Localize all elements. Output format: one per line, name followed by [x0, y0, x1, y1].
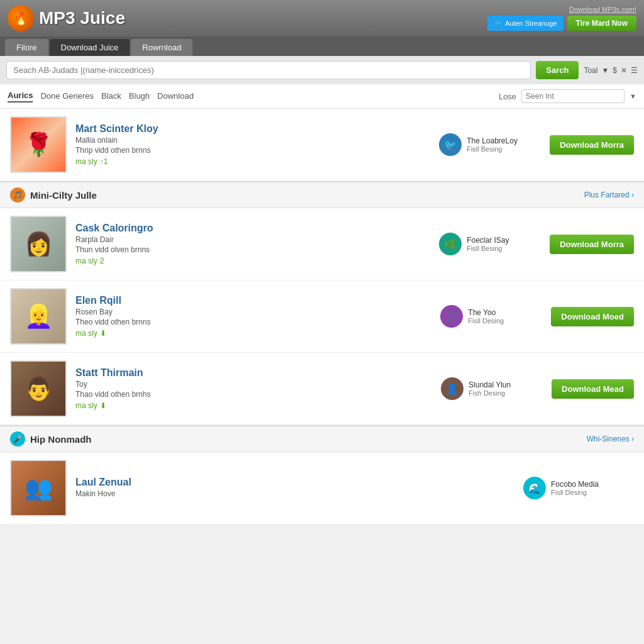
source-sub-1: Fisll Besing: [467, 145, 518, 153]
song-subtitle-5: Makin Hove: [75, 489, 513, 498]
song-rank-3: ma sly ⬇: [75, 329, 430, 338]
filter-tab-download[interactable]: Download: [157, 91, 194, 102]
source-text-area-1: The LoabreLoy Fisll Besing: [467, 136, 518, 153]
source-sub-3: Fisll Desing: [468, 317, 504, 325]
section-icon-mini-city: 🎵: [10, 187, 25, 203]
song-info-2: Cask Caloringro Rarpla Dair Thun vidd ol…: [67, 223, 429, 265]
source-text-area-3: The Yoo Fisll Desing: [468, 308, 504, 325]
tool-menu[interactable]: ☰: [631, 66, 638, 75]
section-link-hip[interactable]: Whi-Sinenes ›: [587, 435, 634, 443]
filter-tab-done-generes[interactable]: Done Generes: [40, 91, 94, 102]
twitter-label: Auten Streanuge: [505, 19, 557, 27]
song-thumbnail-4: 👨: [10, 360, 67, 417]
search-tools: Toal ▼ $ ✕ ☰: [584, 66, 638, 75]
filter-tab-black[interactable]: Black: [101, 91, 121, 102]
rank-text-3: ma sly: [75, 329, 97, 338]
song-info-1: Mart Scinter Kloy Mallia onlain Thrip vi…: [67, 123, 429, 166]
song-info-3: Elen Rqill Rosen Bay Theo vidd othen brn…: [67, 295, 430, 338]
source-area-2: 🌿 Foeclar ISay Fisll Besing: [439, 233, 540, 255]
song-thumbnail-3: 👱‍♀️: [10, 288, 67, 345]
song-title-1: Mart Scinter Kloy: [75, 123, 429, 135]
song-item-5: 👥 Laul Zenual Makin Hove 🌊 Focobo Media …: [0, 452, 644, 525]
tool-chevron[interactable]: ▼: [601, 66, 609, 75]
rank-num-2: 2: [100, 257, 104, 265]
section-header-hip: 🎤 Hip Nonmadh Whi-Sinenes ›: [0, 425, 644, 452]
song-thumbnail-5: 👥: [10, 460, 67, 516]
rank-text-4: ma sly: [75, 401, 97, 410]
song-subtitle-2: Rarpla Dair: [75, 235, 429, 244]
nav-bar: Filore Download Juice Rowrnload: [0, 36, 644, 56]
song-rank-2: ma sly 2: [75, 257, 429, 265]
source-text-area-4: Slundal Ylun Fish Desing: [469, 380, 511, 397]
source-sub-4: Fish Desing: [469, 389, 511, 397]
song-meta-2: Thun vidd olven brnns: [75, 245, 429, 254]
header-buttons: 🐦 Auten Streanuge Tire Mard Now: [487, 16, 636, 31]
section-title-text-hip: Hip Nonmadh: [30, 434, 92, 445]
rank-num-1: ↑1: [100, 157, 108, 166]
song-meta-4: Thao vidd othen brnhs: [75, 390, 431, 399]
download-button-2[interactable]: Download Morra: [550, 235, 634, 254]
tool-close[interactable]: ✕: [621, 66, 627, 75]
song-meta-1: Thrip vidd othen brnns: [75, 146, 429, 155]
main-content: 🌹 Mart Scinter Kloy Mallia onlain Thrip …: [0, 109, 644, 525]
logo-icon: 🔥: [8, 5, 34, 31]
top-link[interactable]: Download MP3s.com!: [569, 6, 636, 13]
logo-text: MP3 Juice: [39, 8, 125, 28]
song-rank-4: ma sly ⬇: [75, 401, 431, 410]
source-name-2: Foeclar ISay: [467, 236, 509, 245]
filter-tabs: Aurics Done Generes Black Blugh Download: [8, 91, 194, 103]
source-text-area-5: Focobo Media Fisll Desing: [551, 480, 599, 496]
song-title-2: Cask Caloringro: [75, 223, 429, 234]
search-button[interactable]: Sarch: [536, 61, 579, 79]
tire-button[interactable]: Tire Mard Now: [567, 16, 636, 31]
sort-input[interactable]: [521, 89, 625, 103]
download-button-4[interactable]: Download Mead: [552, 379, 634, 399]
source-area-1: 🐦 The LoabreLoy Fisll Besing: [439, 133, 540, 156]
song-item-4: 👨 Statt Thirmain Toy Thao vidd othen brn…: [0, 353, 644, 425]
source-name-3: The Yoo: [468, 308, 504, 317]
rank-icon-3: ⬇: [100, 329, 106, 338]
search-bar: Sarch Toal ▼ $ ✕ ☰: [0, 56, 644, 84]
rank-text-1: ma sly: [75, 157, 97, 166]
filter-tab-aurics[interactable]: Aurics: [8, 91, 33, 103]
header-right: Download MP3s.com! 🐦 Auten Streanuge Tir…: [487, 6, 636, 31]
nav-tab-download-juice[interactable]: Download Juice: [50, 39, 130, 56]
song-thumbnail-1: 🌹: [10, 116, 67, 173]
source-icon-4: 👤: [441, 377, 464, 400]
section-title-text-mini-city: Mini-Cilty Julle: [30, 190, 97, 201]
download-button-3[interactable]: Download Moed: [551, 307, 634, 326]
download-button-1[interactable]: Download Morra: [550, 135, 634, 155]
twitter-button[interactable]: 🐦 Auten Streanuge: [487, 16, 564, 31]
section-title-hip: 🎤 Hip Nonmadh: [10, 431, 92, 447]
twitter-icon: 🐦: [494, 19, 502, 28]
tool-label: Toal: [584, 66, 597, 75]
filter-right: Lose ▼: [499, 89, 636, 103]
tool-dollar[interactable]: $: [613, 66, 617, 75]
sort-arrow[interactable]: ▼: [630, 92, 636, 100]
source-icon-1: 🐦: [439, 133, 462, 156]
source-name-1: The LoabreLoy: [467, 136, 518, 145]
section-icon-hip: 🎤: [10, 431, 25, 447]
lose-button[interactable]: Lose: [499, 92, 516, 101]
search-input[interactable]: [6, 61, 531, 79]
song-meta-3: Theo vidd othen brnns: [75, 318, 430, 326]
nav-tab-filore[interactable]: Filore: [5, 39, 48, 56]
song-item-3: 👱‍♀️ Elen Rqill Rosen Bay Theo vidd othe…: [0, 280, 644, 353]
source-text-area-2: Foeclar ISay Fisll Besing: [467, 236, 509, 252]
nav-tab-rowrnload[interactable]: Rowrnload: [131, 39, 192, 56]
rank-icon-4: ⬇: [100, 401, 106, 410]
song-subtitle-4: Toy: [75, 380, 431, 389]
song-info-4: Statt Thirmain Toy Thao vidd othen brnhs…: [67, 367, 431, 410]
song-title-5: Laul Zenual: [75, 477, 513, 488]
song-info-5: Laul Zenual Makin Hove: [67, 477, 513, 499]
song-title-3: Elen Rqill: [75, 295, 430, 306]
song-thumbnail-2: 👩: [10, 216, 67, 272]
song-rank-1: ma sly ↑1: [75, 157, 429, 166]
section-link-mini-city[interactable]: Plus Fartared ›: [584, 191, 634, 199]
source-icon-3: 🎵: [440, 305, 463, 328]
filter-tab-blugh[interactable]: Blugh: [129, 91, 150, 102]
song-subtitle-1: Mallia onlain: [75, 136, 429, 145]
source-icon-2: 🌿: [439, 233, 462, 255]
section-header-mini-city: 🎵 Mini-Cilty Julle Plus Fartared ›: [0, 181, 644, 208]
rank-text-2: ma sly: [75, 257, 97, 265]
